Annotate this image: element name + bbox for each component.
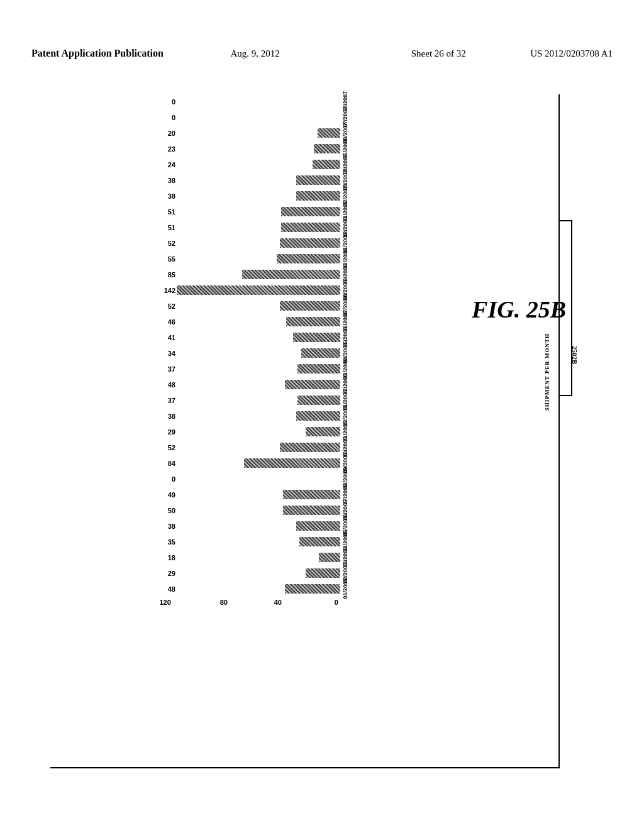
- bar-container: [177, 128, 340, 138]
- shipment-per-month-label: SHIPMENT PER MONTH: [544, 333, 550, 411]
- bar-container: [177, 301, 340, 311]
- bar-container: [177, 317, 340, 326]
- bar-row: 2911/2005: [50, 424, 365, 439]
- bar-row: 4802/2006: [50, 377, 365, 392]
- bar-value-label: 0: [155, 114, 175, 121]
- bar-value-label: 84: [155, 460, 175, 467]
- bar-container: [177, 396, 340, 405]
- bar-container: [177, 97, 340, 106]
- bar-value-label: 37: [155, 365, 175, 373]
- bar-value-label: 46: [155, 318, 175, 326]
- bar-fill: [244, 458, 340, 468]
- bar-container: [177, 506, 340, 515]
- bar-container: [177, 207, 340, 216]
- bar-fill: [296, 175, 340, 185]
- bar-container: [177, 191, 340, 201]
- bar-fill: [285, 380, 340, 389]
- bar-row: 8509/2006: [50, 267, 365, 282]
- bar-fill: [280, 443, 340, 452]
- bar-value-label: 0: [155, 98, 175, 106]
- bar-fill: [281, 223, 340, 232]
- bar-container: [177, 113, 340, 122]
- bar-container: [177, 364, 340, 374]
- bar-fill: [306, 568, 340, 578]
- bar-row: 5112/2006: [50, 220, 365, 235]
- bar-value-label: 142: [155, 287, 175, 294]
- bars-container: 008/2007007/20072006/20072305/20072404/2…: [50, 94, 377, 611]
- bar-value-label: 35: [155, 538, 175, 546]
- bar-fill: [299, 537, 340, 546]
- date-label: 01/2005: [342, 578, 365, 599]
- bar-fill: [281, 207, 340, 216]
- bar-row: 3812/2005: [50, 409, 365, 423]
- x-axis-line: [50, 767, 560, 768]
- x-axis-tick: 80: [220, 599, 228, 606]
- bar-value-label: 38: [155, 523, 175, 530]
- bar-value-label: 51: [155, 224, 175, 231]
- bar-value-label: 18: [155, 554, 175, 562]
- bar-fill: [319, 553, 340, 562]
- bar-row: 4801/2005: [50, 582, 365, 596]
- x-axis-tick: 120: [159, 599, 170, 606]
- bar-row: 5207/2006: [50, 299, 365, 313]
- bar-value-label: 29: [155, 428, 175, 436]
- bar-row: 3701/2006: [50, 393, 365, 407]
- bar-fill: [301, 348, 340, 358]
- bar-container: [177, 175, 340, 185]
- bar-row: 2006/2007: [50, 126, 365, 140]
- bar-fill: [293, 333, 340, 342]
- bar-container: [177, 584, 340, 594]
- bar-fill: [285, 584, 340, 594]
- bar-value-label: 38: [155, 412, 175, 420]
- x-axis-tick: 40: [274, 599, 282, 606]
- bar-fill: [283, 490, 340, 499]
- bar-row: 8409/2005: [50, 456, 365, 470]
- bar-row: 3805/2005: [50, 519, 365, 533]
- bar-row: 5211/2006: [50, 236, 365, 250]
- y-axis-line: [558, 94, 560, 768]
- bar-container: [177, 411, 340, 421]
- bar-container: [177, 537, 340, 546]
- bar-container: [177, 490, 340, 499]
- bar-container: [177, 348, 340, 358]
- bar-row: 4907/2005: [50, 487, 365, 502]
- bar-row: 5210/2005: [50, 440, 365, 455]
- bar-container: [177, 144, 340, 153]
- bar-container: [177, 443, 340, 452]
- bar-row: 3803/2007: [50, 173, 365, 187]
- chart-area: 008/2007007/20072006/20072305/20072404/2…: [50, 94, 585, 786]
- bar-container: [177, 521, 340, 531]
- bar-value-label: 29: [155, 570, 175, 577]
- bar-value-label: 23: [155, 145, 175, 153]
- bar-value-label: 50: [155, 507, 175, 514]
- bar-fill: [286, 317, 340, 326]
- sheet-number: Sheet 26 of 32: [347, 48, 530, 59]
- bar-value-label: 49: [155, 491, 175, 499]
- bar-container: [177, 458, 340, 468]
- bar-container: [177, 380, 340, 389]
- bar-container: [177, 568, 340, 578]
- x-axis-ticks: 12080400: [50, 599, 365, 611]
- bar-row: 008/2005: [50, 472, 365, 486]
- bar-row: 008/2007: [50, 94, 365, 109]
- bar-row: 007/2007: [50, 110, 365, 124]
- bar-fill: [313, 160, 340, 169]
- bar-value-label: 37: [155, 397, 175, 404]
- bar-value-label: 34: [155, 350, 175, 357]
- bar-value-label: 55: [155, 255, 175, 263]
- bar-row: 4105/2006: [50, 330, 365, 345]
- bar-container: [177, 254, 340, 263]
- bar-value-label: 20: [155, 130, 175, 137]
- figure-label: FIG. 25B: [472, 296, 566, 323]
- bar-fill: [242, 270, 340, 279]
- bar-row: 14208/2006: [50, 283, 365, 297]
- bar-fill: [277, 254, 340, 263]
- 2502b-label: 2502B: [571, 346, 579, 364]
- bar-fill: [296, 411, 340, 421]
- bar-container: [177, 285, 340, 295]
- bar-fill: [306, 427, 340, 436]
- patent-publication-label: Patent Application Publication: [31, 48, 164, 59]
- bar-value-label: 38: [155, 192, 175, 200]
- bar-value-label: 0: [155, 475, 175, 483]
- bar-value-label: 85: [155, 271, 175, 279]
